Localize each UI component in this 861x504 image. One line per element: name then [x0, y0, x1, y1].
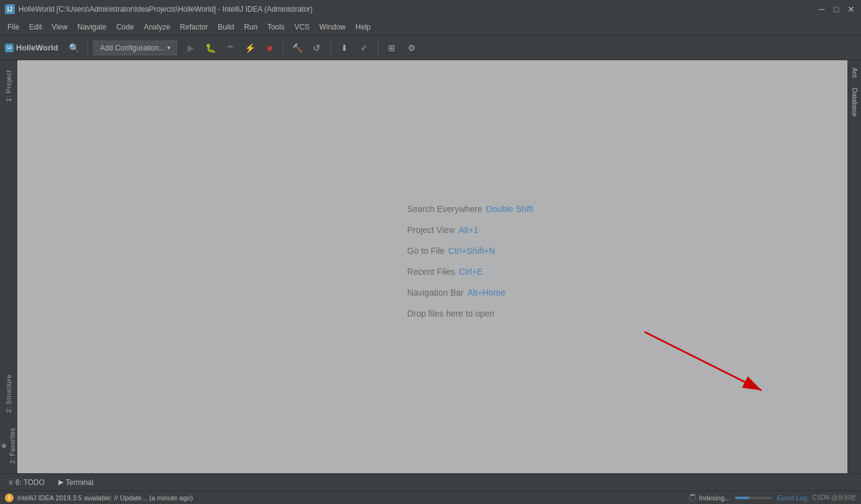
menu-view[interactable]: View: [47, 20, 73, 34]
sidebar-item-structure[interactable]: 2: Structure: [0, 367, 17, 420]
status-right: Indexing... Event Log CSDN @你和壁: [689, 494, 856, 502]
toolbar-separator-3: [330, 41, 331, 55]
main-area: 1: Project 2: Structure ★ 2: Favorites S…: [0, 60, 861, 473]
menu-analyze[interactable]: Analyze: [139, 20, 175, 34]
maximize-button[interactable]: □: [831, 4, 841, 14]
hint-project-view: Project View Alt+1: [407, 225, 533, 235]
project-path-title: HolleWorld [C:\Users\Administrator\IdeaP…: [18, 5, 312, 14]
title-bar-left: IJ HolleWorld [C:\Users\Administrator\Id…: [5, 4, 312, 14]
title-bar-controls: ─ □ ✕: [817, 4, 856, 14]
bottom-tabs: ≡ 6: TODO ▶ Terminal: [0, 473, 861, 490]
menu-window[interactable]: Window: [314, 20, 351, 34]
app-icon: IJ: [5, 4, 15, 14]
menu-build[interactable]: Build: [213, 20, 239, 34]
menu-tools[interactable]: Tools: [263, 20, 290, 34]
close-button[interactable]: ✕: [846, 4, 856, 14]
toolbar-separator-1: [87, 41, 88, 55]
sidebar-item-favorites[interactable]: ★ 2: Favorites: [0, 420, 17, 471]
terminal-icon: ▶: [58, 478, 63, 486]
layout-button[interactable]: ⊞: [383, 39, 400, 57]
vcs-update-button[interactable]: ⬇: [336, 39, 353, 57]
hint-drop-files: Drop files here to open: [407, 309, 533, 318]
menu-edit[interactable]: Edit: [24, 20, 47, 34]
coverage-button[interactable]: ☂: [221, 39, 239, 57]
profile-button[interactable]: ⚡: [241, 39, 258, 57]
toolbar-separator-2: [283, 41, 284, 55]
menu-vcs[interactable]: VCS: [290, 20, 315, 34]
indexing-progress: Indexing...: [689, 494, 730, 502]
title-bar: IJ HolleWorld [C:\Users\Administrator\Id…: [0, 0, 861, 18]
favorites-star-icon: ★: [0, 441, 8, 451]
menu-help[interactable]: Help: [351, 20, 376, 34]
toolbar: IJ HolleWorld 🔍 Add Configuration... ▾ ▶…: [0, 36, 861, 60]
toolbar-separator-4: [378, 41, 378, 55]
menu-code[interactable]: Code: [111, 20, 139, 34]
dropdown-arrow-icon: ▾: [167, 44, 170, 51]
right-tab-database[interactable]: Database: [849, 83, 860, 122]
project-name-label: IJ HolleWorld: [5, 43, 58, 52]
stop-button[interactable]: ■: [261, 39, 278, 57]
todo-icon: ≡: [9, 478, 13, 487]
hints-container: Search Everywhere Double Shift Project V…: [407, 204, 533, 318]
run-button[interactable]: ▶: [182, 39, 199, 57]
add-configuration-button[interactable]: Add Configuration... ▾: [93, 41, 177, 55]
debug-button[interactable]: 🐛: [202, 39, 219, 57]
status-bar: i IntelliJ IDEA 2019.3.5 available: // U…: [0, 490, 861, 504]
status-left: i IntelliJ IDEA 2019.3.5 available: // U…: [5, 494, 193, 502]
search-everywhere-btn[interactable]: 🔍: [65, 39, 82, 57]
rebuild-button[interactable]: ↺: [308, 39, 325, 57]
progress-bar-fill: [735, 497, 750, 499]
progress-bar: [735, 497, 772, 499]
menu-bar: File Edit View Navigate Code Analyze Ref…: [0, 18, 861, 36]
event-log-link[interactable]: Event Log: [777, 494, 807, 502]
project-icon: IJ: [5, 44, 14, 52]
editor-area[interactable]: Search Everywhere Double Shift Project V…: [17, 60, 847, 473]
info-icon: i: [5, 494, 14, 502]
hint-go-to-file: Go to File Ctrl+Shift+N: [407, 246, 533, 256]
watermark-text: CSDN @你和壁: [812, 494, 856, 502]
right-tab-ant[interactable]: Ant: [849, 63, 860, 83]
hint-search-everywhere: Search Everywhere Double Shift: [407, 204, 533, 214]
indexing-spinner: [689, 494, 696, 502]
svg-line-1: [645, 332, 761, 390]
menu-file[interactable]: File: [2, 20, 24, 34]
left-panel-tabs: 1: Project 2: Structure ★ 2: Favorites: [0, 60, 17, 473]
bottom-tab-terminal[interactable]: ▶ Terminal: [52, 476, 100, 489]
menu-refactor[interactable]: Refactor: [175, 20, 213, 34]
bottom-tab-todo[interactable]: ≡ 6: TODO: [2, 476, 51, 489]
menu-run[interactable]: Run: [239, 20, 263, 34]
status-update-message[interactable]: IntelliJ IDEA 2019.3.5 available: // Upd…: [17, 494, 193, 502]
red-arrow-indicator: [638, 326, 774, 400]
vcs-commit-button[interactable]: ✓: [355, 39, 373, 57]
hint-navigation-bar: Navigation Bar Alt+Home: [407, 288, 533, 297]
indexing-label: Indexing...: [699, 494, 730, 502]
build-button[interactable]: 🔨: [288, 39, 306, 57]
right-sidebar: Ant Database: [847, 60, 861, 473]
menu-navigate[interactable]: Navigate: [73, 20, 111, 34]
sidebar-item-project[interactable]: 1: Project: [0, 63, 17, 109]
settings-button[interactable]: ⚙: [403, 39, 420, 57]
minimize-button[interactable]: ─: [817, 4, 827, 14]
hint-recent-files: Recent Files Ctrl+E: [407, 267, 533, 277]
